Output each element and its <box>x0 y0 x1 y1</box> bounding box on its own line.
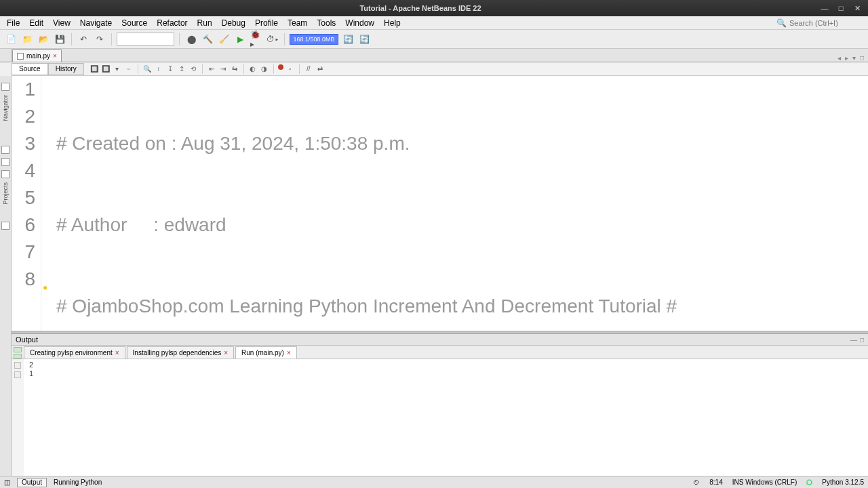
global-search[interactable]: 🔍 <box>776 18 868 28</box>
output-tab-installing[interactable]: Installing pylsp dependencies × <box>127 346 235 359</box>
tb-icon[interactable]: 🔲 <box>90 64 99 74</box>
output-tab-run[interactable]: Run (main.py) × <box>235 346 297 359</box>
code-area[interactable]: # Created on : Aug 31, 2024, 1:50:38 p.m… <box>54 76 868 331</box>
undo-button[interactable]: ↶ <box>77 33 90 46</box>
menu-source[interactable]: Source <box>117 17 151 29</box>
side-icon[interactable] <box>1 222 9 230</box>
profile-ide-button[interactable]: 🔄 <box>357 33 371 46</box>
tab-nav-left[interactable]: ◂ <box>836 54 842 62</box>
files-icon[interactable] <box>1 158 9 166</box>
code-line: # OjamboShop.com Learning Python Increme… <box>56 296 677 317</box>
tb-icon[interactable]: ◑ <box>260 64 269 74</box>
code-line: # Created on : Aug 31, 2024, 1:50:38 p.m… <box>56 133 410 154</box>
tb-icon[interactable]: ▫ <box>285 64 295 74</box>
separator <box>273 64 274 74</box>
search-input[interactable] <box>789 19 864 27</box>
close-tab-button[interactable]: × <box>115 349 119 357</box>
output-side-run[interactable] <box>14 347 22 352</box>
status-output-button[interactable]: Output <box>17 478 47 487</box>
minimize-button[interactable]: — <box>821 4 829 13</box>
redo-button[interactable]: ↷ <box>93 33 106 46</box>
tb-icon[interactable]: 🔍 <box>142 64 152 74</box>
config-combo[interactable] <box>117 33 174 46</box>
separator <box>111 33 112 45</box>
debug-button[interactable]: 🐞▸ <box>250 33 263 46</box>
tb-icon[interactable]: ⇤ <box>207 64 216 74</box>
sidebar-projects[interactable]: Projects <box>2 182 9 205</box>
menu-window[interactable]: Window <box>341 17 378 29</box>
close-tab-button[interactable]: × <box>287 349 291 357</box>
tb-icon[interactable]: ⇆ <box>230 64 239 74</box>
menu-navigate[interactable]: Navigate <box>76 17 116 29</box>
services-icon[interactable] <box>1 170 9 178</box>
profile-button[interactable]: ⏱▸ <box>266 33 279 46</box>
tb-icon[interactable]: ⇥ <box>218 64 228 74</box>
navigator-icon[interactable] <box>1 83 9 91</box>
save-all-button[interactable]: 💾 <box>53 33 66 46</box>
menu-file[interactable]: File <box>3 17 24 29</box>
separator <box>71 33 72 45</box>
close-tab-button[interactable]: × <box>224 349 228 357</box>
menu-team[interactable]: Team <box>283 17 311 29</box>
output-line: 2 <box>29 361 863 369</box>
warning-badge[interactable] <box>41 266 54 293</box>
clean-button[interactable]: 🧹 <box>217 33 231 46</box>
macro-record-icon[interactable] <box>278 64 283 70</box>
sidebar-navigator[interactable]: Navigator <box>2 95 9 121</box>
language-indicator[interactable]: Python 3.12.5 <box>822 479 864 486</box>
menu-tools[interactable]: Tools <box>313 17 340 29</box>
left-sidebar: Navigator Projects <box>0 76 12 476</box>
close-tab-button[interactable]: × <box>53 52 57 60</box>
build-button[interactable]: ⬤ <box>184 33 198 46</box>
menu-view[interactable]: View <box>49 17 75 29</box>
tab-maximize[interactable]: □ <box>859 54 865 62</box>
status-icon[interactable]: ◫ <box>4 479 10 486</box>
file-icon <box>17 53 24 60</box>
tb-icon[interactable]: // <box>304 64 313 74</box>
side-gutter <box>0 49 12 62</box>
tb-icon[interactable]: ⟲ <box>189 64 198 74</box>
menu-run[interactable]: Run <box>193 17 216 29</box>
file-tab-main[interactable]: main.py × <box>12 49 62 62</box>
source-tab[interactable]: Source <box>12 63 48 75</box>
separator <box>284 33 285 45</box>
encoding-indicator[interactable]: INS Windows (CRLF) <box>732 479 797 486</box>
tab-dropdown[interactable]: ▾ <box>851 54 857 62</box>
new-file-button[interactable]: 📄 <box>4 33 18 46</box>
projects-icon[interactable] <box>1 146 9 154</box>
output-gutter-btn[interactable] <box>14 371 21 378</box>
tb-icon[interactable]: ↥ <box>177 64 186 74</box>
status-progress-icon[interactable]: ⏲ <box>693 479 700 486</box>
menu-debug[interactable]: Debug <box>218 17 250 29</box>
tb-icon[interactable]: 🔲 <box>101 64 111 74</box>
memory-indicator[interactable]: 168.1/508.0MB <box>290 34 338 45</box>
gc-button[interactable]: 🔄 <box>341 33 355 46</box>
output-tab-creating[interactable]: Creating pylsp environment × <box>24 346 125 359</box>
history-tab[interactable]: History <box>48 63 84 75</box>
tb-icon[interactable]: ▫ <box>124 64 134 74</box>
run-project-button[interactable]: ▶ <box>233 33 247 46</box>
close-button[interactable]: ✕ <box>853 4 861 13</box>
output-gutter-btn[interactable] <box>14 362 21 369</box>
tb-icon[interactable]: ◐ <box>248 64 258 74</box>
clean-build-button[interactable]: 🔨 <box>201 33 214 46</box>
menu-profile[interactable]: Profile <box>251 17 282 29</box>
tb-icon[interactable]: ↕ <box>154 64 163 74</box>
menu-refactor[interactable]: Refactor <box>153 17 191 29</box>
output-minimize[interactable]: — <box>850 336 857 344</box>
line-gutter: 1 2 3 4 5 6 7 8 <box>12 76 41 331</box>
tb-dropdown[interactable]: ▾ <box>113 64 122 74</box>
menu-edit[interactable]: Edit <box>25 17 47 29</box>
tb-icon[interactable]: ↧ <box>165 64 175 74</box>
open-button[interactable]: 📂 <box>37 33 50 46</box>
line-number: 1 <box>12 76 35 103</box>
menu-help[interactable]: Help <box>380 17 405 29</box>
maximize-button[interactable]: □ <box>837 4 845 13</box>
separator <box>299 64 300 74</box>
output-text[interactable]: 2 1 <box>24 359 868 476</box>
output-side-stop[interactable] <box>14 354 22 359</box>
tab-nav-right[interactable]: ▸ <box>844 54 850 62</box>
output-maximize[interactable]: □ <box>860 336 864 344</box>
tb-icon[interactable]: ⇄ <box>315 64 325 74</box>
new-project-button[interactable]: 📁 <box>20 33 34 46</box>
